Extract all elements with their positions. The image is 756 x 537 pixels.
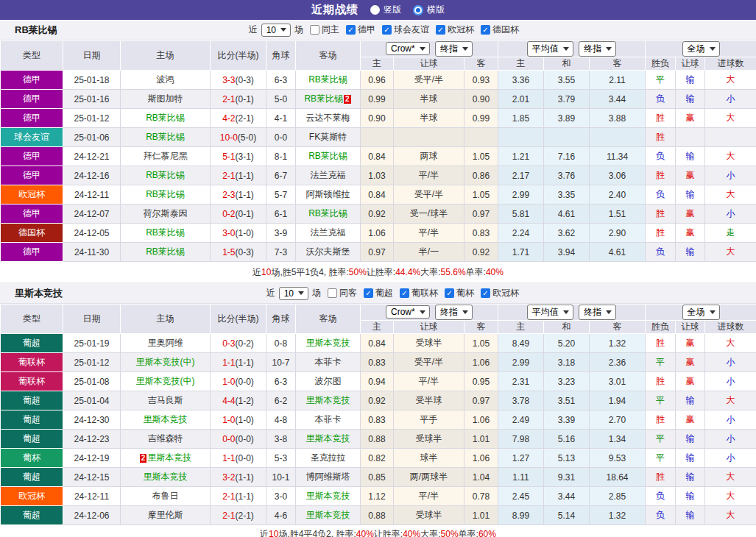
- match-count-select[interactable]: 10: [279, 287, 308, 300]
- score-cell[interactable]: 1-5(0-3): [211, 243, 266, 262]
- team-name[interactable]: 里斯本竞技(中): [136, 376, 195, 386]
- match-count-select[interactable]: 10: [261, 24, 291, 37]
- chevron-down-icon: [710, 47, 716, 51]
- team-name[interactable]: 荷尔斯泰因: [144, 208, 188, 218]
- odds-stage-select[interactable]: 终指: [435, 41, 473, 57]
- score-cell[interactable]: 4-2(2-1): [211, 109, 266, 128]
- handicap-home-odds: 0.82: [361, 449, 394, 468]
- scope-select[interactable]: 全场: [682, 41, 720, 57]
- team-name[interactable]: 阿斯顿维拉: [306, 189, 350, 199]
- team-name[interactable]: RB莱比锡: [146, 170, 185, 180]
- score-cell[interactable]: 3-3(0-3): [211, 71, 266, 90]
- team-name[interactable]: RB莱比锡: [304, 93, 343, 104]
- league-checkbox-3[interactable]: [481, 25, 490, 35]
- layout-vertical-option[interactable]: 竖版: [370, 4, 401, 16]
- team-name[interactable]: 本菲卡: [315, 414, 342, 424]
- team-name[interactable]: 吉维森特: [148, 433, 183, 444]
- score-cell[interactable]: 2-1(1-1): [211, 487, 266, 506]
- avg-away-odds: 1.32: [590, 506, 646, 525]
- team-name[interactable]: 里斯本竞技: [306, 510, 350, 520]
- team-name[interactable]: 圣克拉拉: [311, 452, 346, 463]
- team-name[interactable]: 法兰克福: [311, 227, 346, 238]
- avg-home-odds: 2.17: [498, 166, 544, 185]
- match-row: 葡超24-12-15里斯本竞技3-2(1-1)10-1博阿维斯塔0.85两/两球…: [1, 468, 756, 487]
- league-checkbox-0[interactable]: [346, 25, 356, 35]
- avg-source-select[interactable]: 平均值: [527, 305, 573, 320]
- score-cell[interactable]: 2-1(0-1): [211, 90, 266, 109]
- team-name[interactable]: 斯图加特: [148, 93, 183, 104]
- team-name[interactable]: 波尔图: [315, 376, 342, 386]
- league-checkbox-1[interactable]: [382, 25, 392, 35]
- radio-selected-icon[interactable]: [413, 5, 423, 15]
- team-name[interactable]: 拜仁慕尼黑: [144, 151, 188, 161]
- team-name[interactable]: 法兰克福: [311, 170, 346, 180]
- summary-value: 10: [261, 267, 271, 277]
- team-name[interactable]: 里斯本竞技: [147, 452, 191, 463]
- odds-source-select[interactable]: Crow*: [386, 42, 430, 55]
- team-name[interactable]: 云达不莱梅: [306, 113, 350, 123]
- score-cell[interactable]: 4-4(1-2): [211, 391, 266, 410]
- odds-stage-select[interactable]: 终指: [435, 305, 473, 320]
- handicap-away-odds: 0.90: [464, 90, 498, 109]
- score-cell[interactable]: 0-3(0-2): [211, 334, 266, 353]
- team-name[interactable]: 里奥阿维: [148, 338, 183, 348]
- team-name[interactable]: 里斯本竞技: [306, 395, 350, 405]
- subcol-handicap-away: 客: [464, 321, 498, 334]
- half-time-score: (0-2): [236, 338, 254, 349]
- avg-source-select[interactable]: 平均值: [527, 41, 573, 57]
- odds-source-select[interactable]: Crow*: [386, 305, 430, 319]
- team-name[interactable]: 摩里伦斯: [148, 510, 183, 520]
- team-name[interactable]: 布鲁日: [152, 491, 179, 501]
- score-cell[interactable]: 1-1(1-1): [211, 353, 266, 372]
- league-checkbox-2[interactable]: [436, 25, 445, 35]
- radio-unselected-icon[interactable]: [370, 5, 380, 15]
- league-checkbox-0[interactable]: [364, 288, 373, 298]
- team-name[interactable]: 本菲卡: [315, 357, 342, 367]
- avg-stage-select[interactable]: 终指: [579, 305, 616, 320]
- team-name[interactable]: 里斯本竞技: [306, 433, 350, 444]
- layout-horizontal-option[interactable]: 横版: [413, 4, 445, 16]
- league-checkbox-3[interactable]: [481, 288, 490, 298]
- team-name[interactable]: 沃尔夫斯堡: [306, 246, 350, 257]
- team-name[interactable]: RB莱比锡: [308, 208, 347, 218]
- half-time-score: (0-1): [236, 94, 254, 104]
- avg-draw-odds: 3.62: [544, 224, 590, 243]
- score-cell[interactable]: 2-3(1-1): [211, 185, 266, 205]
- score-cell[interactable]: 10-0(5-0): [211, 128, 266, 147]
- league-checkbox-2[interactable]: [445, 288, 454, 298]
- scope-select[interactable]: 全场: [682, 305, 720, 320]
- team-name[interactable]: FK莫斯特: [309, 132, 347, 142]
- team-name[interactable]: 波鸿: [157, 74, 174, 85]
- result-outcome: 负: [646, 506, 676, 525]
- team-name[interactable]: RB莱比锡: [308, 74, 347, 85]
- team-name[interactable]: RB莱比锡: [146, 113, 185, 123]
- score-cell[interactable]: 2-1(1-1): [211, 166, 266, 185]
- team-name[interactable]: 里斯本竞技(中): [136, 357, 195, 367]
- team-name[interactable]: 吉马良斯: [148, 395, 183, 405]
- team-name[interactable]: RB莱比锡: [308, 151, 347, 161]
- same-side-checkbox[interactable]: [310, 25, 319, 35]
- score-cell[interactable]: 0-2(0-1): [211, 205, 266, 224]
- score-cell[interactable]: 1-0(1-0): [211, 410, 266, 430]
- team-name[interactable]: 博阿维斯塔: [306, 472, 350, 482]
- score-cell[interactable]: 3-0(1-0): [211, 224, 266, 243]
- same-side-checkbox[interactable]: [328, 288, 337, 298]
- handicap-line: 受平/半: [394, 353, 464, 372]
- team-name[interactable]: RB莱比锡: [146, 246, 185, 257]
- away-team-cell: 博阿维斯塔: [296, 468, 361, 487]
- score-cell[interactable]: 1-1(0-0): [211, 449, 266, 468]
- score-cell[interactable]: 3-2(1-1): [211, 468, 266, 487]
- team-name[interactable]: 里斯本竞技: [144, 414, 188, 424]
- team-name[interactable]: RB莱比锡: [146, 189, 185, 199]
- team-name[interactable]: 里斯本竞技: [306, 338, 350, 348]
- score-cell[interactable]: 1-0(0-0): [211, 372, 266, 391]
- team-name[interactable]: RB莱比锡: [146, 132, 185, 142]
- score-cell[interactable]: 0-0(0-0): [211, 430, 266, 449]
- team-name[interactable]: 里斯本竞技: [144, 472, 188, 482]
- league-checkbox-1[interactable]: [400, 288, 409, 298]
- score-cell[interactable]: 5-1(3-1): [211, 147, 266, 166]
- score-cell[interactable]: 2-1(2-1): [211, 506, 266, 525]
- team-name[interactable]: RB莱比锡: [146, 227, 185, 238]
- team-name[interactable]: 里斯本竞技: [306, 491, 350, 501]
- avg-stage-select[interactable]: 终指: [579, 41, 616, 57]
